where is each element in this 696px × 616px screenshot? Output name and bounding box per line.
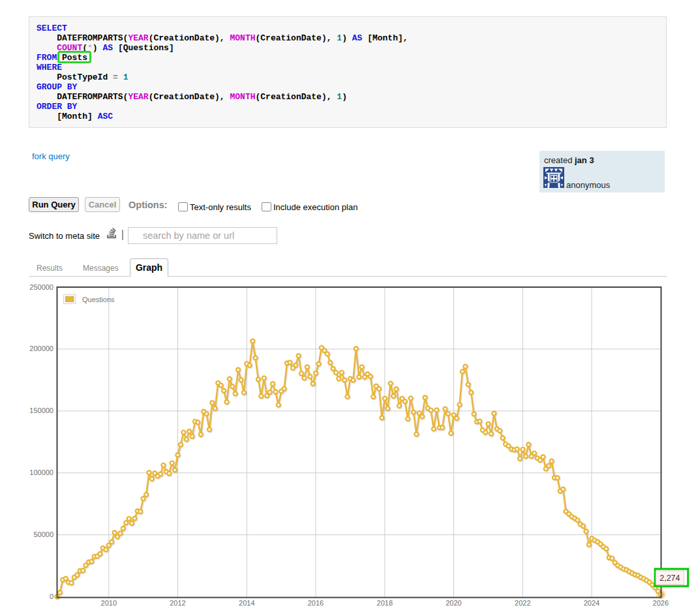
svg-text:2016: 2016 bbox=[308, 599, 324, 607]
svg-text:2018: 2018 bbox=[377, 599, 393, 607]
svg-text:150000: 150000 bbox=[29, 407, 53, 414]
svg-text:50000: 50000 bbox=[33, 531, 53, 538]
svg-text:Questions: Questions bbox=[82, 296, 115, 303]
svg-text:2,274: 2,274 bbox=[659, 574, 680, 583]
svg-text:2010: 2010 bbox=[101, 599, 117, 607]
svg-text:0: 0 bbox=[50, 593, 53, 600]
svg-text:200000: 200000 bbox=[29, 345, 53, 352]
svg-text:2020: 2020 bbox=[446, 599, 461, 607]
svg-text:2014: 2014 bbox=[239, 599, 254, 607]
svg-text:2026: 2026 bbox=[653, 599, 669, 607]
svg-text:250000: 250000 bbox=[29, 283, 53, 291]
svg-text:2012: 2012 bbox=[170, 599, 185, 607]
svg-text:2022: 2022 bbox=[515, 599, 530, 607]
svg-text:2024: 2024 bbox=[584, 599, 599, 607]
svg-text:100000: 100000 bbox=[29, 469, 53, 476]
